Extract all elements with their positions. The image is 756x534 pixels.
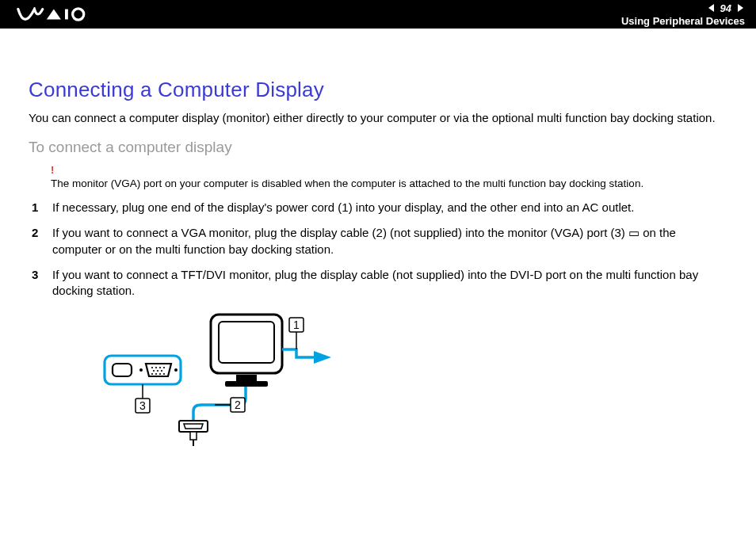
svg-text:3: 3 — [139, 399, 146, 412]
svg-text:2: 2 — [235, 399, 241, 411]
svg-rect-10 — [190, 432, 197, 440]
vga-connector-icon — [179, 421, 208, 446]
page-content: Connecting a Computer Display You can co… — [0, 29, 756, 471]
header-bar: 94 Using Peripheral Devices — [0, 0, 756, 29]
svg-point-17 — [139, 368, 143, 372]
svg-rect-4 — [236, 375, 257, 381]
page-title: Connecting a Computer Display — [29, 78, 727, 102]
svg-rect-3 — [219, 322, 274, 363]
svg-rect-5 — [225, 381, 268, 387]
svg-rect-9 — [179, 421, 208, 432]
svg-point-18 — [151, 367, 153, 368]
svg-point-28 — [163, 373, 165, 375]
callout-2: 2 — [215, 398, 245, 412]
svg-point-25 — [151, 373, 153, 375]
callout-1: 1 — [289, 318, 304, 349]
step-item: If you want to connect a VGA monitor, pl… — [29, 225, 727, 257]
svg-text:1: 1 — [293, 318, 300, 331]
svg-point-21 — [163, 367, 165, 368]
step-item: If necessary, plug one end of the displa… — [29, 200, 727, 216]
nav-next-icon[interactable] — [735, 3, 745, 13]
svg-rect-16 — [113, 364, 132, 376]
svg-point-29 — [174, 368, 178, 372]
svg-point-1 — [73, 9, 84, 20]
section-name: Using Peripheral Devices — [621, 15, 745, 27]
steps-list: If necessary, plug one end of the displa… — [29, 200, 727, 299]
section-subtitle: To connect a computer display — [29, 139, 727, 156]
svg-point-27 — [159, 373, 161, 375]
header-right: 94 Using Peripheral Devices — [618, 2, 745, 27]
svg-point-22 — [153, 370, 155, 372]
svg-point-23 — [157, 370, 158, 372]
intro-text: You can connect a computer display (moni… — [29, 110, 727, 126]
connection-figure: 1 2 — [76, 310, 727, 456]
page-number: 94 — [720, 2, 731, 14]
warning-text: The monitor (VGA) port on your computer … — [51, 177, 643, 189]
power-cord — [282, 349, 331, 364]
step-item: If you want to connect a TFT/DVI monitor… — [29, 267, 727, 299]
svg-point-19 — [155, 367, 157, 368]
vga-port-panel — [105, 356, 181, 384]
svg-point-20 — [159, 367, 161, 368]
monitor-icon — [211, 315, 282, 387]
warning-block: ! The monitor (VGA) port on your compute… — [51, 164, 727, 190]
svg-point-26 — [155, 373, 157, 375]
svg-rect-0 — [65, 10, 68, 20]
svg-point-24 — [161, 370, 162, 372]
callout-3: 3 — [136, 384, 150, 413]
warning-icon: ! — [51, 164, 727, 177]
nav-prev-icon[interactable] — [707, 3, 716, 13]
vaio-logo — [14, 7, 101, 21]
svg-rect-2 — [211, 315, 282, 373]
